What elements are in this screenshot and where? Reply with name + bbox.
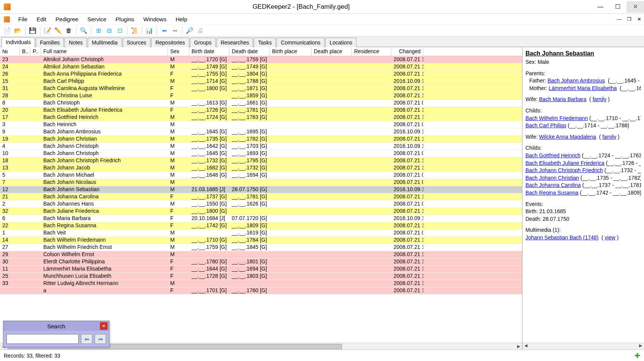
- table-row[interactable]: 17Bach Gottfried HeinrichM__.__.1724 [G]…: [0, 114, 522, 121]
- child-link[interactable]: Bach Johanna Carolina: [525, 182, 581, 188]
- tab-locations[interactable]: Locations: [325, 38, 356, 47]
- table-row[interactable]: 2Bach Johannes HansM__.__.1550 [G]__.__.…: [0, 201, 522, 208]
- search-input[interactable]: [6, 334, 79, 344]
- col-header[interactable]: Death date: [229, 47, 270, 56]
- search-prev-button[interactable]: ⬅: [81, 334, 92, 344]
- child-minimize-button[interactable]: —: [614, 16, 624, 23]
- view-link[interactable]: view: [605, 234, 616, 241]
- table-row[interactable]: 5Bach Johann MichaelM__.__.1648 [G]__.__…: [0, 172, 522, 179]
- child-close-button[interactable]: ✕: [634, 16, 644, 23]
- child-link[interactable]: Bach Wilhelm Friedemann: [525, 115, 588, 121]
- preview-button[interactable]: 🔎: [185, 26, 195, 36]
- multimedia-link[interactable]: Johann Sebastian Bach (1748): [525, 234, 598, 241]
- tab-groups[interactable]: Groups: [190, 38, 216, 47]
- detail-hscrollbar[interactable]: ◀ ▶: [522, 343, 644, 350]
- tab-families[interactable]: Families: [36, 38, 64, 47]
- table-row[interactable]: 29Colson Wilhelm ErnstM2008.07.21 10: [0, 251, 522, 258]
- col-header[interactable]: Birth place: [270, 47, 312, 56]
- table-row[interactable]: 3Bach HeinrichM2008.07.21 09: [0, 121, 522, 128]
- filter-button[interactable]: 🔍: [79, 26, 89, 36]
- table-row[interactable]: 26Bach Anna Philippiana FriedericaF__.__…: [0, 71, 522, 78]
- tab-communications[interactable]: Communications: [277, 38, 324, 47]
- family1-link[interactable]: family: [593, 96, 607, 102]
- table-row[interactable]: 6Bach Maria BarbaraF20.10.1684 [J]07.07.…: [0, 215, 522, 222]
- nav-forward-button[interactable]: ➡: [170, 26, 180, 36]
- add-record-button[interactable]: 📝: [43, 26, 52, 36]
- stats-button[interactable]: 📊: [144, 26, 154, 36]
- table-row[interactable]: 19Bach Johann ChristianM__.__.1735 [G]__…: [0, 136, 522, 143]
- menu-pedigree[interactable]: Pedigree: [51, 14, 83, 24]
- table-row[interactable]: 24Altnikol Johann SebastianM__.__.1749 […: [0, 63, 522, 71]
- pedigree-button[interactable]: 📜: [130, 26, 139, 36]
- grid-body[interactable]: 23Altnikol Johann ChristophM__.__.1720 […: [0, 56, 522, 343]
- open-file-button[interactable]: 📂: [13, 26, 23, 36]
- col-header[interactable]: P..: [30, 47, 41, 56]
- table-row[interactable]: 4Bach Johann ChristophM__.__.1642 [G]__.…: [0, 143, 522, 150]
- table-row[interactable]: 22Bach Regina SusannaF__.__.1742 [G]__._…: [0, 222, 522, 230]
- tab-repositories[interactable]: Repositories: [151, 38, 189, 47]
- tab-multimedia[interactable]: Multimedia: [88, 38, 122, 47]
- tree-descendants-button[interactable]: ⊟: [104, 26, 114, 36]
- search-next-button[interactable]: ➡: [95, 334, 106, 344]
- tab-researches[interactable]: Researches: [217, 38, 253, 47]
- col-header[interactable]: Changed: [391, 47, 423, 56]
- table-row[interactable]: 8Bach ChristophM__.__.1613 [G]__.__.1661…: [0, 100, 522, 107]
- col-header[interactable]: Full name: [41, 47, 168, 56]
- tab-individuals[interactable]: Individuals: [2, 37, 35, 47]
- print-button[interactable]: 🖨: [195, 26, 205, 36]
- add-icon[interactable]: ✚: [635, 352, 640, 360]
- child-restore-button[interactable]: ❐: [624, 16, 634, 23]
- scroll-right-icon[interactable]: ▶: [637, 343, 644, 350]
- table-row[interactable]: 11Lämmerhirt Maria ElisabethaF__.__.1644…: [0, 266, 522, 273]
- menu-edit[interactable]: Edit: [32, 14, 51, 24]
- table-row[interactable]: 23Altnikol Johann ChristophM__.__.1720 […: [0, 56, 522, 63]
- table-row[interactable]: aF__.__.1701 [G]__.__.1760 [G]2008.07.21…: [0, 287, 522, 294]
- table-row[interactable]: 21Bach Johanna CarolinaF__.__.1737 [G]__…: [0, 193, 522, 201]
- table-row[interactable]: 14Bach Wilhelm FriedemannM__.__.1710 [G]…: [0, 237, 522, 244]
- table-row[interactable]: 31Bach Carolina Augusta WilhelmineF__.__…: [0, 85, 522, 92]
- table-row[interactable]: 1Bach VeitM__.__.1619 [G]2008.07.21 09: [0, 230, 522, 237]
- father-link[interactable]: Bach Johann Ambrosius: [547, 78, 605, 84]
- table-row[interactable]: 33Ritter Ludwig Albrecht HermannM2008.07…: [0, 280, 522, 287]
- edit-record-button[interactable]: ✏️: [53, 26, 63, 36]
- scroll-left-icon[interactable]: ◀: [522, 343, 529, 350]
- delete-record-button[interactable]: 🗑: [64, 26, 74, 36]
- col-header[interactable]: Birth date: [189, 47, 229, 56]
- menu-plugins[interactable]: Plugins: [111, 14, 139, 24]
- tab-notes[interactable]: Notes: [65, 38, 87, 47]
- menu-windows[interactable]: Windows: [139, 14, 171, 24]
- new-file-button[interactable]: 📄: [2, 26, 12, 36]
- table-row[interactable]: 25Munchhusen Lucia ElisabethF__.__.1728 …: [0, 273, 522, 280]
- col-header[interactable]: Sex: [168, 47, 189, 56]
- family2-link[interactable]: family: [602, 134, 616, 140]
- tab-tasks[interactable]: Tasks: [254, 38, 276, 47]
- table-row[interactable]: 18Bach Johann Christoph FriedrichM__.__.…: [0, 157, 522, 165]
- close-button[interactable]: ✕: [627, 1, 644, 13]
- search-close-button[interactable]: ✕: [100, 322, 108, 330]
- col-header[interactable]: №: [0, 47, 20, 56]
- child-link[interactable]: Bach Gottfried Heinrich: [525, 152, 581, 158]
- child-link[interactable]: Bach Johann Christian: [525, 175, 579, 181]
- table-row[interactable]: 27Bach Wilhelm Friedrich ErnstM__.__.175…: [0, 244, 522, 251]
- table-row[interactable]: 30Elerdt Charlotte PhilippinaF__.__.1780…: [0, 258, 522, 266]
- menu-service[interactable]: Service: [83, 14, 111, 24]
- wife2-link[interactable]: Wilcke Anna Magdalena: [539, 134, 596, 140]
- table-row[interactable]: 13Bach Johann JacobM__.__.1682 [G]__.__.…: [0, 165, 522, 172]
- save-button[interactable]: 💾: [28, 26, 38, 36]
- scroll-right-icon[interactable]: ▶: [515, 344, 522, 349]
- table-row[interactable]: 28Bach Christina LuiseF__.__.1859 [G]200…: [0, 92, 522, 100]
- child-link[interactable]: Bach Regina Susanna: [525, 190, 578, 196]
- table-row[interactable]: 10Bach Johann ChristophM__.__.1645 [G]__…: [0, 150, 522, 157]
- table-row[interactable]: 12Bach Johann SebastianM21.03.1685 [J]28…: [0, 186, 522, 193]
- col-header[interactable]: Residence: [352, 47, 391, 56]
- nav-back-button[interactable]: ⬅: [159, 26, 169, 36]
- table-row[interactable]: 15Bach Carl PhilippM__.__.1714 [G]__.__.…: [0, 78, 522, 85]
- tree-ancestors-button[interactable]: ⊞: [93, 26, 103, 36]
- menu-help[interactable]: Help: [171, 14, 192, 24]
- table-row[interactable]: 32Bach Juliane FriedericaF__.__.1800 [G]…: [0, 208, 522, 215]
- table-row[interactable]: 20Bach Elisabeth Juliane FriedericaF__._…: [0, 107, 522, 114]
- child-link[interactable]: Bach Johann Christoph Friedrich: [525, 167, 603, 173]
- tab-sources[interactable]: Sources: [123, 38, 150, 47]
- col-header[interactable]: Death place: [312, 47, 352, 56]
- maximize-button[interactable]: ☐: [609, 1, 627, 13]
